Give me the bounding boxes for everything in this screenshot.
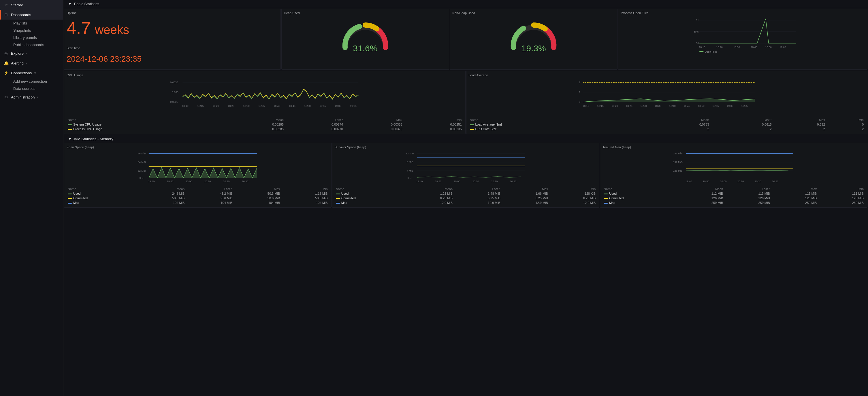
svg-text:128 MiB: 128 MiB [673, 169, 683, 172]
svg-text:18:40: 18:40 [669, 104, 676, 107]
sidebar-item-public-dashboards[interactable]: Public dashboards [11, 41, 63, 48]
legend-max: 259 MiB [771, 200, 818, 205]
legend-min: 0.00251 [404, 122, 463, 127]
basic-stats-header[interactable]: ▼ Basic Statistics [63, 0, 868, 8]
legend-mean: 2 [648, 127, 710, 131]
legend-max: 1.66 MiB [502, 191, 549, 196]
chevron-admin: › [37, 96, 38, 99]
jvm-section-header[interactable]: ▼ JVM Statistics - Memory [63, 134, 868, 142]
legend-last: 50.6 MiB [186, 196, 233, 200]
legend-mean: 0.0783 [648, 122, 710, 127]
survivor-title: Survivor Space (heap) [335, 145, 597, 149]
svg-text:20:10: 20:10 [737, 180, 744, 183]
legend-color [68, 198, 72, 199]
legend-name: Used [602, 191, 677, 196]
svg-text:18:35: 18:35 [655, 104, 661, 107]
legend-color [68, 194, 72, 194]
legend-min: 6.25 MiB [549, 196, 597, 200]
eden-chart: 96 MiB 64 MiB 32 MiB 0 B 19:40 19:50 20:… [67, 150, 329, 185]
non-heap-panel: Non-Heap Used 19.3% [450, 9, 618, 70]
open-files-panel: Process Open Files 31 30.5 30 18:10 18:2… [618, 9, 867, 70]
sidebar-connections-sub: Add new connection Data sources [0, 78, 63, 92]
legend-mean: 50.6 MiB [138, 196, 186, 200]
svg-text:32 MiB: 32 MiB [138, 169, 146, 172]
legend-mean: 1.23 MiB [406, 191, 454, 196]
legend-name: CPU Core Size [469, 127, 648, 131]
svg-text:18:50: 18:50 [304, 104, 311, 107]
legend-min: 104 MiB [281, 200, 329, 205]
legend-color [603, 194, 608, 194]
legend-max: 6.25 MiB [502, 196, 549, 200]
legend-name: Process CPU Usage [67, 127, 225, 131]
svg-text:19:50: 19:50 [167, 180, 174, 183]
non-heap-title: Non-Heap Used [452, 11, 615, 15]
load-average-panel: Load Average 2 1 0 18:10 18:15 18:20 18:… [466, 71, 868, 134]
legend-name: Commited [67, 196, 138, 200]
sidebar-item-administration[interactable]: ⚙ Administration › [0, 92, 63, 102]
open-files-chart: 31 30.5 30 18:10 18:20 18:30 18:40 18:50… [621, 16, 865, 56]
cpu-legend: Name Mean Last * Max Min System CPU Usag… [67, 118, 463, 131]
legend-min: 1.18 MiB [281, 191, 329, 196]
svg-text:20:00: 20:00 [720, 180, 727, 183]
sidebar-item-alerting[interactable]: 🔔 Alerting › [0, 58, 63, 68]
legend-mean: 24.8 MiB [138, 191, 186, 196]
heap-gauge: 31.6% [284, 16, 446, 56]
svg-text:18:40: 18:40 [274, 104, 280, 107]
cpu-title: CPU Usage [67, 73, 463, 77]
uptime-panel: Uptime 4.7 weeks Start time 2024-12-06 2… [64, 9, 281, 70]
svg-text:19:00: 19:00 [335, 104, 341, 107]
legend-min: 2 [826, 127, 865, 131]
sidebar-item-starred[interactable]: ☆ Starred [0, 0, 63, 10]
sidebar-item-explore[interactable]: ◎ Explore › [0, 48, 63, 58]
svg-text:18:30: 18:30 [243, 104, 250, 107]
jvm-collapse-icon: ▼ [68, 137, 72, 141]
sidebar-item-connections[interactable]: ⚡ Connections ∨ [0, 68, 63, 78]
sidebar-label-alerting: Alerting [11, 61, 24, 65]
memory-row: Eden Space (heap) 96 MiB 64 MiB 32 MiB 0… [63, 142, 868, 208]
legend-color [336, 194, 340, 194]
svg-text:20:00: 20:00 [454, 180, 460, 183]
svg-text:19:50: 19:50 [703, 180, 709, 183]
legend-color [603, 203, 608, 204]
svg-text:18:45: 18:45 [683, 104, 690, 107]
sidebar-item-library-panels[interactable]: Library panels [11, 34, 63, 41]
svg-text:18:50: 18:50 [765, 46, 772, 49]
load-title: Load Average [469, 73, 865, 77]
legend-row: Used 112 MiB 113 MiB 113 MiB 111 MiB [602, 191, 865, 196]
legend-name: Max [335, 200, 406, 205]
col-mean: Mean [225, 118, 285, 122]
sidebar-item-dashboards[interactable]: ⊞ Dashboards [0, 10, 63, 20]
svg-text:64 MiB: 64 MiB [138, 161, 146, 164]
tenured-chart: 256 MiB 192 MiB 128 MiB 19:40 19:50 20:0… [602, 150, 865, 185]
legend-color [603, 198, 608, 199]
sidebar-item-snapshots[interactable]: Snapshots [11, 27, 63, 34]
heap-title: Heap Used [284, 11, 446, 15]
sidebar-item-playlists[interactable]: Playlists [11, 20, 63, 27]
col-max: Max [344, 118, 404, 122]
legend-last: 0.00270 [285, 127, 344, 131]
non-heap-value: 19.3% [522, 43, 546, 53]
tenured-legend: Name Mean Last * Max Min Used 112 MiB 11… [602, 187, 865, 205]
load-chart: 2 1 0 18:10 18:15 18:20 18:25 18:30 18:3… [469, 78, 865, 116]
svg-text:18:15: 18:15 [597, 104, 603, 107]
sidebar-item-data-sources[interactable]: Data sources [11, 85, 63, 92]
svg-text:12 MiB: 12 MiB [406, 152, 414, 155]
survivor-legend: Name Mean Last * Max Min Used 1.23 MiB 1… [335, 187, 597, 205]
svg-text:19:00: 19:00 [780, 46, 786, 49]
legend-color [68, 129, 72, 130]
sidebar-label-administration: Administration [11, 95, 35, 99]
legend-name: System CPU Usage [67, 122, 225, 127]
legend-color [470, 124, 474, 125]
collapse-icon: ▼ [68, 2, 72, 6]
col-min: Min [404, 118, 463, 122]
legend-last: 0.00274 [285, 122, 344, 127]
sidebar-label-explore: Explore [11, 51, 24, 56]
legend-row: Commited 50.6 MiB 50.6 MiB 50.6 MiB 50.6… [67, 196, 329, 200]
legend-name: Used [67, 191, 138, 196]
svg-text:96 MiB: 96 MiB [138, 152, 146, 155]
col-max-load: Max [773, 118, 826, 122]
legend-last: 6.25 MiB [454, 196, 501, 200]
y-label-31: 31 [696, 19, 699, 22]
eden-legend: Name Mean Last * Max Min Used 24.8 MiB 4… [67, 187, 329, 205]
sidebar-item-add-connection[interactable]: Add new connection [11, 78, 63, 85]
